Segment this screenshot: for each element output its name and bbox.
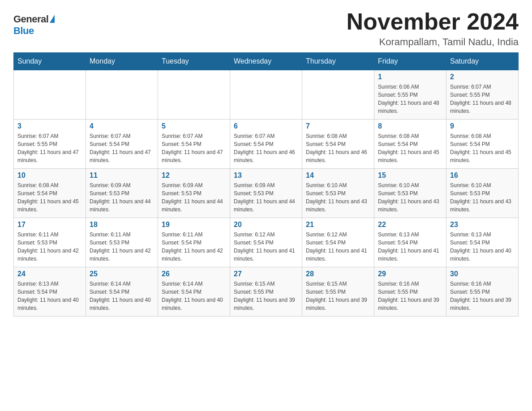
day-number: 26 — [162, 270, 226, 278]
day-info: Sunrise: 6:11 AMSunset: 5:54 PMDaylight:… — [162, 231, 226, 263]
day-number: 12 — [162, 171, 226, 180]
calendar-cell: 5Sunrise: 6:07 AMSunset: 5:54 PMDaylight… — [158, 120, 230, 169]
calendar-cell: 27Sunrise: 6:15 AMSunset: 5:55 PMDayligh… — [230, 267, 302, 317]
calendar-cell: 16Sunrise: 6:10 AMSunset: 5:53 PMDayligh… — [446, 169, 519, 218]
day-number: 29 — [378, 270, 442, 278]
day-number: 8 — [378, 122, 442, 130]
day-number: 1 — [378, 73, 442, 81]
day-info: Sunrise: 6:09 AMSunset: 5:53 PMDaylight:… — [90, 181, 154, 214]
day-number: 2 — [450, 73, 515, 81]
day-number: 4 — [90, 122, 154, 130]
month-title: November 2024 — [347, 9, 519, 34]
day-number: 19 — [162, 221, 226, 229]
header-tuesday: Tuesday — [158, 53, 230, 70]
calendar-cell: 28Sunrise: 6:15 AMSunset: 5:55 PMDayligh… — [302, 267, 374, 317]
calendar-cell — [230, 70, 302, 120]
day-number: 23 — [450, 221, 515, 229]
day-number: 7 — [306, 122, 370, 130]
day-info: Sunrise: 6:10 AMSunset: 5:53 PMDaylight:… — [306, 181, 370, 214]
logo-general-text: General — [13, 13, 48, 25]
calendar-cell: 9Sunrise: 6:08 AMSunset: 5:54 PMDaylight… — [446, 120, 519, 169]
calendar-cell: 10Sunrise: 6:08 AMSunset: 5:54 PMDayligh… — [14, 169, 86, 218]
day-info: Sunrise: 6:11 AMSunset: 5:53 PMDaylight:… — [90, 231, 154, 263]
calendar-cell: 17Sunrise: 6:11 AMSunset: 5:53 PMDayligh… — [14, 218, 86, 267]
day-number: 6 — [234, 122, 298, 130]
calendar-cell: 12Sunrise: 6:09 AMSunset: 5:53 PMDayligh… — [158, 169, 230, 218]
header-thursday: Thursday — [302, 53, 374, 70]
day-info: Sunrise: 6:09 AMSunset: 5:53 PMDaylight:… — [162, 181, 226, 214]
day-number: 18 — [90, 221, 154, 229]
calendar-cell: 24Sunrise: 6:13 AMSunset: 5:54 PMDayligh… — [14, 267, 86, 317]
day-number: 5 — [162, 122, 226, 130]
calendar-cell: 14Sunrise: 6:10 AMSunset: 5:53 PMDayligh… — [302, 169, 374, 218]
day-info: Sunrise: 6:06 AMSunset: 5:55 PMDaylight:… — [378, 83, 442, 115]
page-header: General Blue November 2024 Korampallam, … — [13, 9, 519, 48]
day-info: Sunrise: 6:07 AMSunset: 5:54 PMDaylight:… — [162, 132, 226, 164]
calendar-week-5: 24Sunrise: 6:13 AMSunset: 5:54 PMDayligh… — [14, 267, 519, 317]
header-saturday: Saturday — [446, 53, 519, 70]
calendar-cell: 19Sunrise: 6:11 AMSunset: 5:54 PMDayligh… — [158, 218, 230, 267]
day-info: Sunrise: 6:10 AMSunset: 5:53 PMDaylight:… — [450, 181, 515, 214]
day-info: Sunrise: 6:12 AMSunset: 5:54 PMDaylight:… — [234, 231, 298, 263]
day-info: Sunrise: 6:16 AMSunset: 5:55 PMDaylight:… — [450, 280, 515, 312]
day-info: Sunrise: 6:14 AMSunset: 5:54 PMDaylight:… — [162, 280, 226, 312]
calendar-cell: 1Sunrise: 6:06 AMSunset: 5:55 PMDaylight… — [374, 70, 446, 120]
calendar-cell: 4Sunrise: 6:07 AMSunset: 5:54 PMDaylight… — [86, 120, 158, 169]
calendar-week-2: 3Sunrise: 6:07 AMSunset: 5:55 PMDaylight… — [14, 120, 519, 169]
calendar-cell — [302, 70, 374, 120]
day-info: Sunrise: 6:10 AMSunset: 5:53 PMDaylight:… — [378, 181, 442, 214]
day-number: 20 — [234, 221, 298, 229]
day-number: 25 — [90, 270, 154, 278]
header-friday: Friday — [374, 53, 446, 70]
day-info: Sunrise: 6:13 AMSunset: 5:54 PMDaylight:… — [17, 280, 82, 312]
day-number: 15 — [378, 171, 442, 180]
day-number: 14 — [306, 171, 370, 180]
calendar-cell: 25Sunrise: 6:14 AMSunset: 5:54 PMDayligh… — [86, 267, 158, 317]
day-number: 22 — [378, 221, 442, 229]
day-number: 9 — [450, 122, 515, 130]
day-info: Sunrise: 6:07 AMSunset: 5:55 PMDaylight:… — [17, 132, 82, 164]
day-info: Sunrise: 6:09 AMSunset: 5:53 PMDaylight:… — [234, 181, 298, 214]
day-info: Sunrise: 6:16 AMSunset: 5:55 PMDaylight:… — [378, 280, 442, 312]
calendar-cell: 20Sunrise: 6:12 AMSunset: 5:54 PMDayligh… — [230, 218, 302, 267]
day-number: 17 — [17, 221, 82, 229]
day-number: 3 — [17, 122, 82, 130]
day-number: 11 — [90, 171, 154, 180]
calendar-cell: 3Sunrise: 6:07 AMSunset: 5:55 PMDaylight… — [14, 120, 86, 169]
day-number: 21 — [306, 221, 370, 229]
logo-triangle-icon — [50, 15, 55, 23]
location-subtitle: Korampallam, Tamil Nadu, India — [347, 36, 519, 48]
calendar-cell: 30Sunrise: 6:16 AMSunset: 5:55 PMDayligh… — [446, 267, 519, 317]
day-info: Sunrise: 6:11 AMSunset: 5:53 PMDaylight:… — [17, 231, 82, 263]
calendar-cell: 22Sunrise: 6:13 AMSunset: 5:54 PMDayligh… — [374, 218, 446, 267]
calendar-cell: 26Sunrise: 6:14 AMSunset: 5:54 PMDayligh… — [158, 267, 230, 317]
title-block: November 2024 Korampallam, Tamil Nadu, I… — [347, 9, 519, 48]
day-info: Sunrise: 6:07 AMSunset: 5:54 PMDaylight:… — [90, 132, 154, 164]
day-info: Sunrise: 6:08 AMSunset: 5:54 PMDaylight:… — [306, 132, 370, 164]
header-monday: Monday — [86, 53, 158, 70]
calendar-cell: 23Sunrise: 6:13 AMSunset: 5:54 PMDayligh… — [446, 218, 519, 267]
day-number: 28 — [306, 270, 370, 278]
calendar-cell — [158, 70, 230, 120]
calendar-week-1: 1Sunrise: 6:06 AMSunset: 5:55 PMDaylight… — [14, 70, 519, 120]
logo-blue-text: Blue — [13, 25, 34, 37]
day-info: Sunrise: 6:15 AMSunset: 5:55 PMDaylight:… — [306, 280, 370, 312]
calendar-week-4: 17Sunrise: 6:11 AMSunset: 5:53 PMDayligh… — [14, 218, 519, 267]
calendar-cell: 11Sunrise: 6:09 AMSunset: 5:53 PMDayligh… — [86, 169, 158, 218]
day-number: 24 — [17, 270, 82, 278]
day-number: 10 — [17, 171, 82, 180]
calendar-cell: 29Sunrise: 6:16 AMSunset: 5:55 PMDayligh… — [374, 267, 446, 317]
calendar-table: SundayMondayTuesdayWednesdayThursdayFrid… — [13, 52, 519, 317]
logo: General Blue — [13, 13, 55, 37]
calendar-cell: 21Sunrise: 6:12 AMSunset: 5:54 PMDayligh… — [302, 218, 374, 267]
day-number: 16 — [450, 171, 515, 180]
calendar-header-row: SundayMondayTuesdayWednesdayThursdayFrid… — [14, 53, 519, 70]
calendar-cell: 6Sunrise: 6:07 AMSunset: 5:54 PMDaylight… — [230, 120, 302, 169]
calendar-cell: 7Sunrise: 6:08 AMSunset: 5:54 PMDaylight… — [302, 120, 374, 169]
day-number: 13 — [234, 171, 298, 180]
day-info: Sunrise: 6:08 AMSunset: 5:54 PMDaylight:… — [378, 132, 442, 164]
day-number: 30 — [450, 270, 515, 278]
day-info: Sunrise: 6:15 AMSunset: 5:55 PMDaylight:… — [234, 280, 298, 312]
day-info: Sunrise: 6:08 AMSunset: 5:54 PMDaylight:… — [450, 132, 515, 164]
header-sunday: Sunday — [14, 53, 86, 70]
